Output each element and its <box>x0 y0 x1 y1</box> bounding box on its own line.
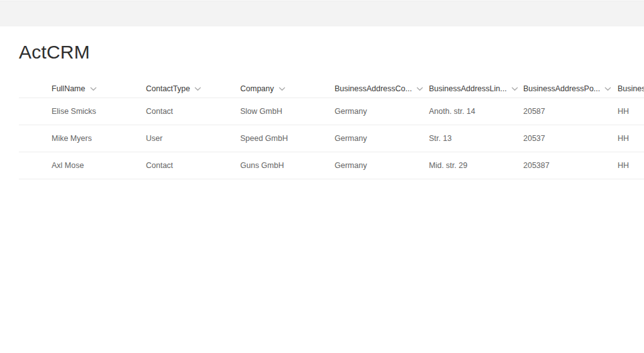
column-header-businessaddresslin[interactable]: BusinessAddressLin... <box>429 84 523 93</box>
cell-contacttype: Contact <box>146 107 240 116</box>
cell-city: HH <box>618 107 644 116</box>
cell-contacttype: Contact <box>146 161 240 170</box>
cell-city: HH <box>618 161 644 170</box>
column-header-label: ContactType <box>146 84 190 93</box>
column-header-label: Busines <box>618 84 644 93</box>
cell-company: Speed GmbH <box>240 134 335 143</box>
top-bar <box>0 0 644 26</box>
cell-addressline: Mid. str. 29 <box>429 161 523 170</box>
cell-fullname: Elise Smicks <box>52 107 146 116</box>
cell-addressline: Anoth. str. 14 <box>429 107 523 116</box>
table-row[interactable]: Mike Myers User Speed GmbH Germany Str. … <box>19 125 644 152</box>
cell-postalcode: 20537 <box>523 134 618 143</box>
column-header-label: BusinessAddressCo... <box>335 84 412 93</box>
column-header-label: Company <box>240 84 274 93</box>
chevron-down-icon[interactable] <box>604 87 611 91</box>
column-header-company[interactable]: Company <box>240 84 335 93</box>
top-bar-highlight <box>0 0 644 1</box>
column-header-label: BusinessAddressPo... <box>523 84 600 93</box>
column-header-businessaddressco[interactable]: BusinessAddressCo... <box>335 84 429 93</box>
cell-company: Guns GmbH <box>240 161 335 170</box>
cell-country: Germany <box>335 161 429 170</box>
chevron-down-icon[interactable] <box>416 87 423 91</box>
cell-city: HH <box>618 134 644 143</box>
cell-postalcode: 205387 <box>523 161 618 170</box>
cell-country: Germany <box>335 107 429 116</box>
column-header-label: FullName <box>52 84 86 93</box>
cell-contacttype: User <box>146 134 240 143</box>
cell-company: Slow GmbH <box>240 107 335 116</box>
app-title: ActCRM <box>19 42 90 63</box>
cell-country: Germany <box>335 134 429 143</box>
chevron-down-icon[interactable] <box>279 87 286 91</box>
chevron-down-icon[interactable] <box>194 87 201 91</box>
cell-fullname: Axl Mose <box>52 161 146 170</box>
chevron-down-icon[interactable] <box>90 87 97 91</box>
table-row[interactable]: Axl Mose Contact Guns GmbH Germany Mid. … <box>19 152 644 179</box>
column-header-businessaddresspo[interactable]: BusinessAddressPo... <box>523 84 618 93</box>
cell-addressline: Str. 13 <box>429 134 523 143</box>
column-header-business-clipped[interactable]: Busines <box>618 84 644 93</box>
cell-postalcode: 20587 <box>523 107 618 116</box>
chevron-down-icon[interactable] <box>511 87 518 91</box>
column-header-contacttype[interactable]: ContactType <box>146 84 240 93</box>
records-grid: FullName ContactType Company BusinessAdd… <box>19 80 644 179</box>
grid-header-row: FullName ContactType Company BusinessAdd… <box>19 80 644 98</box>
column-header-fullname[interactable]: FullName <box>52 84 146 93</box>
cell-fullname: Mike Myers <box>52 134 146 143</box>
column-header-label: BusinessAddressLin... <box>429 84 507 93</box>
table-row[interactable]: Elise Smicks Contact Slow GmbH Germany A… <box>19 98 644 125</box>
